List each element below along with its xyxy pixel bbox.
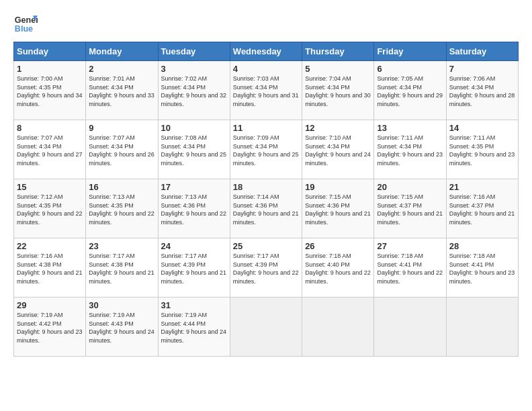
calendar-cell: 29Sunrise: 7:19 AMSunset: 4:42 PMDayligh… bbox=[14, 298, 86, 357]
calendar-cell: 24Sunrise: 7:17 AMSunset: 4:39 PMDayligh… bbox=[158, 238, 230, 298]
calendar-cell: 22Sunrise: 7:16 AMSunset: 4:38 PMDayligh… bbox=[14, 238, 86, 298]
day-info: Sunrise: 7:19 AMSunset: 4:44 PMDaylight:… bbox=[161, 311, 227, 345]
day-number: 29 bbox=[17, 300, 83, 310]
day-info: Sunrise: 7:05 AMSunset: 4:34 PMDaylight:… bbox=[377, 75, 443, 108]
header-cell-friday: Friday bbox=[374, 42, 446, 61]
day-number: 12 bbox=[305, 123, 371, 133]
day-info: Sunrise: 7:18 AMSunset: 4:41 PMDaylight:… bbox=[449, 252, 515, 285]
day-info: Sunrise: 7:14 AMSunset: 4:36 PMDaylight:… bbox=[233, 193, 299, 226]
day-info: Sunrise: 7:02 AMSunset: 4:34 PMDaylight:… bbox=[161, 75, 227, 108]
day-info: Sunrise: 7:11 AMSunset: 4:34 PMDaylight:… bbox=[377, 134, 443, 167]
header-cell-monday: Monday bbox=[86, 42, 158, 61]
day-number: 1 bbox=[17, 64, 83, 74]
header-row: SundayMondayTuesdayWednesdayThursdayFrid… bbox=[14, 42, 519, 61]
day-number: 13 bbox=[377, 123, 443, 133]
calendar-cell: 1Sunrise: 7:00 AMSunset: 4:35 PMDaylight… bbox=[14, 61, 86, 120]
day-number: 7 bbox=[449, 64, 515, 74]
day-number: 31 bbox=[161, 300, 227, 310]
calendar-cell: 31Sunrise: 7:19 AMSunset: 4:44 PMDayligh… bbox=[158, 298, 230, 357]
calendar-cell: 13Sunrise: 7:11 AMSunset: 4:34 PMDayligh… bbox=[374, 120, 446, 179]
calendar-cell: 4Sunrise: 7:03 AMSunset: 4:34 PMDaylight… bbox=[230, 61, 302, 120]
calendar-cell: 14Sunrise: 7:11 AMSunset: 4:35 PMDayligh… bbox=[446, 120, 518, 179]
day-number: 9 bbox=[89, 123, 154, 133]
day-info: Sunrise: 7:11 AMSunset: 4:35 PMDaylight:… bbox=[449, 134, 515, 167]
day-number: 18 bbox=[233, 182, 299, 192]
day-info: Sunrise: 7:04 AMSunset: 4:34 PMDaylight:… bbox=[305, 75, 371, 108]
week-row-4: 22Sunrise: 7:16 AMSunset: 4:38 PMDayligh… bbox=[14, 238, 519, 298]
calendar-cell bbox=[230, 298, 302, 357]
day-number: 17 bbox=[161, 182, 227, 192]
calendar-cell: 18Sunrise: 7:14 AMSunset: 4:36 PMDayligh… bbox=[230, 179, 302, 238]
day-info: Sunrise: 7:06 AMSunset: 4:34 PMDaylight:… bbox=[449, 75, 515, 108]
day-number: 24 bbox=[161, 241, 227, 251]
calendar-cell: 20Sunrise: 7:15 AMSunset: 4:37 PMDayligh… bbox=[374, 179, 446, 238]
day-number: 20 bbox=[377, 182, 443, 192]
calendar-cell: 15Sunrise: 7:12 AMSunset: 4:35 PMDayligh… bbox=[14, 179, 86, 238]
calendar-cell: 12Sunrise: 7:10 AMSunset: 4:34 PMDayligh… bbox=[302, 120, 374, 179]
calendar-cell: 21Sunrise: 7:16 AMSunset: 4:37 PMDayligh… bbox=[446, 179, 518, 238]
calendar-cell: 28Sunrise: 7:18 AMSunset: 4:41 PMDayligh… bbox=[446, 238, 518, 298]
calendar-cell: 10Sunrise: 7:08 AMSunset: 4:34 PMDayligh… bbox=[158, 120, 230, 179]
week-row-2: 8Sunrise: 7:07 AMSunset: 4:34 PMDaylight… bbox=[14, 120, 519, 179]
day-number: 30 bbox=[89, 300, 154, 310]
day-info: Sunrise: 7:16 AMSunset: 4:38 PMDaylight:… bbox=[17, 252, 83, 285]
day-number: 2 bbox=[89, 64, 154, 74]
day-info: Sunrise: 7:13 AMSunset: 4:36 PMDaylight:… bbox=[161, 193, 227, 226]
day-number: 25 bbox=[233, 241, 299, 251]
day-info: Sunrise: 7:01 AMSunset: 4:34 PMDaylight:… bbox=[89, 75, 154, 108]
day-info: Sunrise: 7:13 AMSunset: 4:35 PMDaylight:… bbox=[89, 193, 154, 226]
calendar-cell: 19Sunrise: 7:15 AMSunset: 4:36 PMDayligh… bbox=[302, 179, 374, 238]
day-number: 4 bbox=[233, 64, 299, 74]
day-info: Sunrise: 7:19 AMSunset: 4:42 PMDaylight:… bbox=[17, 311, 83, 345]
calendar-cell: 26Sunrise: 7:18 AMSunset: 4:40 PMDayligh… bbox=[302, 238, 374, 298]
day-number: 19 bbox=[305, 182, 371, 192]
calendar-cell: 25Sunrise: 7:17 AMSunset: 4:39 PMDayligh… bbox=[230, 238, 302, 298]
day-info: Sunrise: 7:18 AMSunset: 4:41 PMDaylight:… bbox=[377, 252, 443, 285]
page-header: General Blue bbox=[13, 11, 519, 35]
calendar-cell: 23Sunrise: 7:17 AMSunset: 4:38 PMDayligh… bbox=[86, 238, 158, 298]
header-cell-tuesday: Tuesday bbox=[158, 42, 230, 61]
day-info: Sunrise: 7:12 AMSunset: 4:35 PMDaylight:… bbox=[17, 193, 83, 226]
day-info: Sunrise: 7:08 AMSunset: 4:34 PMDaylight:… bbox=[161, 134, 227, 167]
day-info: Sunrise: 7:15 AMSunset: 4:36 PMDaylight:… bbox=[305, 193, 371, 226]
day-number: 5 bbox=[305, 64, 371, 74]
header-cell-thursday: Thursday bbox=[302, 42, 374, 61]
day-number: 23 bbox=[89, 241, 154, 251]
calendar-cell: 2Sunrise: 7:01 AMSunset: 4:34 PMDaylight… bbox=[86, 61, 158, 120]
day-number: 16 bbox=[89, 182, 154, 192]
calendar-cell bbox=[302, 298, 374, 357]
day-info: Sunrise: 7:10 AMSunset: 4:34 PMDaylight:… bbox=[305, 134, 371, 167]
day-number: 15 bbox=[17, 182, 83, 192]
day-number: 26 bbox=[305, 241, 371, 251]
day-info: Sunrise: 7:17 AMSunset: 4:39 PMDaylight:… bbox=[161, 252, 227, 285]
calendar-cell: 5Sunrise: 7:04 AMSunset: 4:34 PMDaylight… bbox=[302, 61, 374, 120]
day-number: 22 bbox=[17, 241, 83, 251]
day-number: 10 bbox=[161, 123, 227, 133]
calendar-cell: 3Sunrise: 7:02 AMSunset: 4:34 PMDaylight… bbox=[158, 61, 230, 120]
day-info: Sunrise: 7:00 AMSunset: 4:35 PMDaylight:… bbox=[17, 75, 83, 108]
day-info: Sunrise: 7:07 AMSunset: 4:34 PMDaylight:… bbox=[17, 134, 83, 167]
calendar-cell: 27Sunrise: 7:18 AMSunset: 4:41 PMDayligh… bbox=[374, 238, 446, 298]
header-cell-saturday: Saturday bbox=[446, 42, 518, 61]
header-cell-sunday: Sunday bbox=[14, 42, 86, 61]
week-row-1: 1Sunrise: 7:00 AMSunset: 4:35 PMDaylight… bbox=[14, 61, 519, 120]
calendar-cell: 11Sunrise: 7:09 AMSunset: 4:34 PMDayligh… bbox=[230, 120, 302, 179]
day-info: Sunrise: 7:09 AMSunset: 4:34 PMDaylight:… bbox=[233, 134, 299, 167]
header-cell-wednesday: Wednesday bbox=[230, 42, 302, 61]
day-number: 11 bbox=[233, 123, 299, 133]
logo-icon: General Blue bbox=[13, 11, 38, 35]
day-info: Sunrise: 7:18 AMSunset: 4:40 PMDaylight:… bbox=[305, 252, 371, 285]
calendar-cell bbox=[446, 298, 518, 357]
calendar-cell: 7Sunrise: 7:06 AMSunset: 4:34 PMDaylight… bbox=[446, 61, 518, 120]
day-number: 6 bbox=[377, 64, 443, 74]
day-info: Sunrise: 7:17 AMSunset: 4:38 PMDaylight:… bbox=[89, 252, 154, 285]
day-number: 14 bbox=[449, 123, 515, 133]
calendar-cell: 17Sunrise: 7:13 AMSunset: 4:36 PMDayligh… bbox=[158, 179, 230, 238]
day-number: 28 bbox=[449, 241, 515, 251]
day-number: 27 bbox=[377, 241, 443, 251]
day-number: 8 bbox=[17, 123, 83, 133]
day-number: 21 bbox=[449, 182, 515, 192]
day-info: Sunrise: 7:16 AMSunset: 4:37 PMDaylight:… bbox=[449, 193, 515, 226]
day-info: Sunrise: 7:07 AMSunset: 4:34 PMDaylight:… bbox=[89, 134, 154, 167]
week-row-5: 29Sunrise: 7:19 AMSunset: 4:42 PMDayligh… bbox=[14, 298, 519, 357]
